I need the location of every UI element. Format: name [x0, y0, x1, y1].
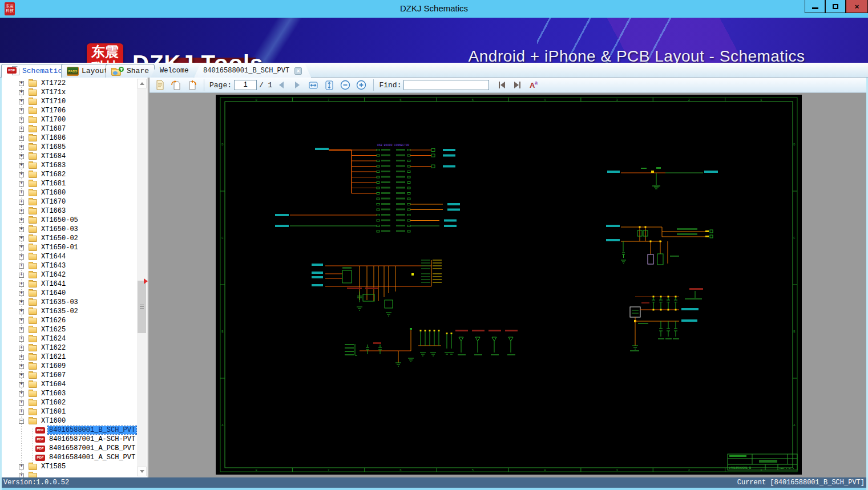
- tree-item-folder[interactable]: +XT1663: [0, 206, 137, 216]
- tree-item-folder[interactable]: +XT1644: [0, 252, 137, 261]
- expand-toggle-icon[interactable]: +: [19, 145, 24, 150]
- tab-schematic[interactable]: PDF Schematic: [1, 64, 68, 78]
- sidebar-scrollbar[interactable]: [137, 79, 147, 476]
- expand-toggle-icon[interactable]: +: [19, 154, 24, 159]
- tree-item-folder[interactable]: +XT1626: [0, 316, 137, 325]
- previous-page-button[interactable]: [274, 79, 288, 92]
- tree-item-folder[interactable]: +XT1650-01: [0, 243, 137, 252]
- tree-item-folder[interactable]: +XT1650-05: [0, 216, 137, 225]
- expand-toggle-icon[interactable]: −: [19, 419, 24, 424]
- tree-item-folder[interactable]: +XT1682: [0, 170, 137, 179]
- maximize-button[interactable]: [825, 0, 846, 13]
- expand-toggle-icon[interactable]: +: [19, 264, 24, 269]
- expand-toggle-icon[interactable]: +: [19, 400, 24, 406]
- expand-toggle-icon[interactable]: +: [19, 172, 24, 177]
- expand-toggle-icon[interactable]: +: [19, 346, 24, 351]
- expand-toggle-icon[interactable]: +: [19, 355, 24, 360]
- tree-item-file[interactable]: PDF84016587001_A-SCH-PVT: [0, 435, 137, 444]
- expand-toggle-icon[interactable]: +: [19, 227, 24, 232]
- expand-toggle-icon[interactable]: +: [19, 318, 24, 323]
- tree-item-folder[interactable]: +XT1685: [0, 143, 137, 152]
- expand-toggle-icon[interactable]: +: [19, 309, 24, 314]
- tree-item-folder[interactable]: +XT1585: [0, 462, 137, 471]
- document-icon[interactable]: [153, 79, 167, 92]
- expand-toggle-icon[interactable]: +: [19, 127, 24, 132]
- next-page-button[interactable]: [290, 79, 304, 92]
- expand-toggle-icon[interactable]: +: [19, 410, 24, 415]
- expand-toggle-icon[interactable]: +: [19, 337, 24, 342]
- expand-toggle-icon[interactable]: +: [19, 373, 24, 378]
- close-button[interactable]: ×: [846, 0, 868, 13]
- tree-item-folder[interactable]: +XT1650-02: [0, 234, 137, 243]
- tree-item-file[interactable]: PDF84016588001_B_SCH_PVT: [0, 426, 137, 435]
- scroll-down-button[interactable]: [137, 467, 147, 476]
- expand-toggle-icon[interactable]: +: [19, 382, 24, 387]
- tree-item-folder[interactable]: +XT1706: [0, 106, 137, 115]
- expand-toggle-icon[interactable]: +: [19, 136, 24, 141]
- expand-toggle-icon[interactable]: +: [19, 364, 24, 369]
- expand-toggle-icon[interactable]: +: [19, 391, 24, 396]
- tree-item-folder[interactable]: +XT1607: [0, 371, 137, 380]
- rotate-left-icon[interactable]: [169, 79, 183, 92]
- tree-item-folder[interactable]: +XT1680: [0, 188, 137, 197]
- expand-toggle-icon[interactable]: +: [19, 254, 24, 260]
- tree-item-folder[interactable]: +XT1643: [0, 261, 137, 270]
- sidebar-collapse-arrow[interactable]: [144, 278, 148, 284]
- expand-toggle-icon[interactable]: +: [19, 236, 24, 241]
- expand-toggle-icon[interactable]: +: [19, 218, 24, 223]
- tree-item-folder[interactable]: +XT1603: [0, 389, 137, 398]
- tree-item-folder[interactable]: +XT1602: [0, 398, 137, 407]
- tree-item-folder[interactable]: +XT1635-03: [0, 298, 137, 307]
- doc-tab-close-icon[interactable]: ×: [294, 67, 302, 75]
- expand-toggle-icon[interactable]: +: [19, 273, 24, 278]
- fit-width-button[interactable]: [306, 79, 320, 92]
- expand-toggle-icon[interactable]: +: [19, 181, 24, 187]
- match-case-icon[interactable]: Aa: [527, 79, 540, 92]
- tree-item-folder[interactable]: +XT1722: [0, 79, 137, 88]
- expand-toggle-icon[interactable]: +: [19, 209, 24, 214]
- tree-item-folder[interactable]: +XT1710: [0, 97, 137, 106]
- tree-item-folder[interactable]: +XT1642: [0, 270, 137, 280]
- expand-toggle-icon[interactable]: +: [19, 245, 24, 250]
- expand-toggle-icon[interactable]: +: [19, 191, 24, 196]
- tree-item-folder[interactable]: +XT1684: [0, 152, 137, 161]
- tree-item-folder[interactable]: −XT1600: [0, 416, 137, 426]
- tree-item-folder[interactable]: +XT1621: [0, 353, 137, 362]
- rotate-right-icon[interactable]: [185, 79, 199, 92]
- expand-toggle-icon[interactable]: +: [19, 163, 24, 168]
- expand-toggle-icon[interactable]: +: [19, 81, 24, 86]
- tree-item-folder[interactable]: +: [0, 471, 137, 477]
- doc-tab-welcome[interactable]: Welcome: [151, 64, 194, 78]
- expand-toggle-icon[interactable]: +: [19, 291, 24, 296]
- find-previous-button[interactable]: [495, 79, 508, 92]
- doc-tab-document[interactable]: 84016588001_B_SCH_PVT ×: [194, 64, 311, 78]
- fit-page-button[interactable]: [322, 79, 336, 92]
- expand-toggle-icon[interactable]: +: [19, 473, 24, 478]
- expand-toggle-icon[interactable]: +: [19, 464, 24, 469]
- tab-share[interactable]: Share: [106, 64, 155, 78]
- expand-toggle-icon[interactable]: +: [19, 118, 24, 123]
- tree-item-folder[interactable]: +XT1604: [0, 380, 137, 389]
- tree-item-file[interactable]: PDF84016584001_A_SCH_PVT: [0, 453, 137, 462]
- expand-toggle-icon[interactable]: +: [19, 327, 24, 333]
- scrollbar-thumb[interactable]: [138, 281, 146, 333]
- expand-toggle-icon[interactable]: +: [19, 300, 24, 305]
- tree-item-folder[interactable]: +XT1609: [0, 362, 137, 371]
- zoom-out-button[interactable]: [338, 79, 352, 92]
- expand-toggle-icon[interactable]: +: [19, 200, 24, 205]
- zoom-in-button[interactable]: [354, 79, 368, 92]
- tree-item-folder[interactable]: +XT1601: [0, 407, 137, 416]
- expand-toggle-icon[interactable]: +: [19, 90, 24, 95]
- tree-item-folder[interactable]: +XT171x: [0, 88, 137, 97]
- tree-item-folder[interactable]: +XT1686: [0, 133, 137, 143]
- tree-item-folder[interactable]: +XT1635-02: [0, 307, 137, 316]
- expand-toggle-icon[interactable]: +: [19, 108, 24, 114]
- tree-item-folder[interactable]: +XT1640: [0, 289, 137, 298]
- tree-item-file[interactable]: PDF84016587001_A_PCB_PVT: [0, 444, 137, 453]
- schematic-page[interactable]: 8877665544332211DDCCBBAA USB BOARD CONNE…: [216, 95, 802, 475]
- find-input[interactable]: [403, 80, 489, 90]
- expand-toggle-icon[interactable]: +: [19, 99, 24, 104]
- scroll-up-button[interactable]: [137, 79, 147, 88]
- tree-item-folder[interactable]: +XT1670: [0, 197, 137, 206]
- page-number-input[interactable]: [234, 80, 257, 90]
